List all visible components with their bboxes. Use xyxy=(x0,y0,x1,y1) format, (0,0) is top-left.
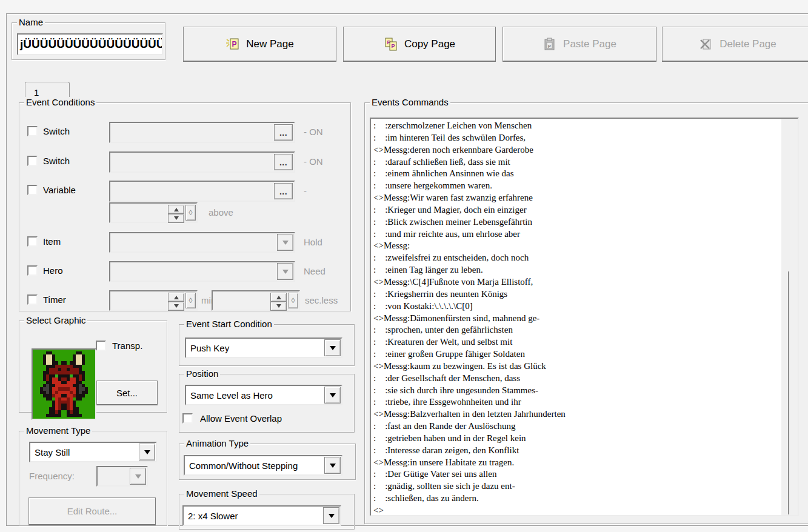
hero-checkbox[interactable] xyxy=(27,265,38,276)
transparent-checkbox[interactable] xyxy=(96,341,106,351)
paste-page-button[interactable]: P Paste Page xyxy=(502,27,656,62)
switch1-field[interactable]: ... xyxy=(109,122,295,143)
variable-field[interactable]: ... xyxy=(109,181,295,202)
event-name-input[interactable]: jÜÜÜÜÜÜÜÜÜÜÜÜÜÜÜÜÜÜÜ xyxy=(17,33,163,55)
item-checkbox[interactable] xyxy=(27,236,38,247)
spin-down-icon[interactable] xyxy=(168,302,184,311)
event-command-line[interactable]: : :Kriegsherrin des neunten Königs xyxy=(373,288,780,301)
event-sprite-preview[interactable] xyxy=(32,348,96,420)
paste-page-label: Paste Page xyxy=(563,38,616,50)
item-label: Item xyxy=(43,236,61,247)
variable-amount-diamond-button[interactable]: ◊ xyxy=(185,205,196,221)
new-page-button[interactable]: P New Page xyxy=(183,27,336,62)
event-command-line[interactable]: : :sprochen, unter den gefährlichsten xyxy=(373,324,780,336)
event-command-line[interactable]: : :gnädig, sollten sie sich je dazu ent- xyxy=(373,480,780,493)
switch1-checkbox[interactable] xyxy=(27,126,38,136)
event-command-line[interactable]: : :schließen, das zu ändern. xyxy=(373,493,780,505)
timer-sec-spin-buttons[interactable] xyxy=(270,293,287,308)
copy-page-button[interactable]: P P Copy Page xyxy=(343,27,496,62)
event-command-line[interactable]: <>Messg:\C[4]Fußnote von Marja Ellistoff… xyxy=(373,276,780,288)
event-command-line[interactable]: <>Messg: xyxy=(373,240,780,252)
event-command-line[interactable]: : :Interesse daran zeigen, den Konflikt xyxy=(373,445,780,457)
event-command-line[interactable]: : :fast an den Rande der Auslöschung xyxy=(373,421,780,433)
hero-combobox[interactable] xyxy=(109,261,295,282)
event-command-line[interactable]: : :unsere hergekommen waren. xyxy=(373,180,780,192)
event-command-line[interactable]: : :Kreaturen der Welt, und selbst mit xyxy=(373,336,780,348)
position-combobox[interactable]: Same Level as Hero xyxy=(185,385,342,405)
timer-min-spin-buttons[interactable] xyxy=(168,293,184,308)
event-command-line[interactable]: <>Messg:Wir waren fast zwanzig erfahrene xyxy=(373,192,780,204)
spin-up-icon[interactable] xyxy=(168,293,184,302)
variable-checkbox[interactable] xyxy=(27,185,38,195)
allow-event-overlap-checkbox[interactable] xyxy=(182,413,193,424)
event-command-line[interactable]: <>Messg:deren noch erkennbare Garderobe xyxy=(373,144,780,156)
event-command-line[interactable]: : :und mir reichte aus, um ehrlose aber xyxy=(373,228,780,241)
variable-amount-spinner[interactable]: ◊ xyxy=(109,202,198,223)
event-command-line[interactable]: : :von Kostaki:\.\.\.\.\C[0] xyxy=(373,301,780,313)
timer-min-diamond-button[interactable]: ◊ xyxy=(185,293,196,308)
scrollbar-thumb[interactable] xyxy=(788,271,789,514)
edit-route-button[interactable]: Edit Route... xyxy=(28,497,156,525)
animation-type-dropdown-icon[interactable] xyxy=(324,457,341,474)
event-editor-window: Name jÜÜÜÜÜÜÜÜÜÜÜÜÜÜÜÜÜÜÜ P New Page P P… xyxy=(0,0,808,532)
svg-text:P: P xyxy=(391,43,395,49)
item-dropdown-icon[interactable] xyxy=(277,234,293,251)
event-command-line[interactable]: : :der Gesellschaft der Menschen, dass xyxy=(373,373,780,385)
variable-amount-suffix: above xyxy=(209,207,233,218)
event-command-line[interactable]: <>Messg:kaum zu bezwingen. Es ist das Gl… xyxy=(373,361,780,373)
event-command-line[interactable]: : :darauf schließen ließ, dass sie mit xyxy=(373,156,780,168)
events-commands-list[interactable]: : :zerschmolzener Leichen von Menschen: … xyxy=(370,118,799,516)
movement-type-dropdown-icon[interactable] xyxy=(139,444,155,461)
event-command-line[interactable]: : :einem ähnlichen Ansinnen wie das xyxy=(373,168,780,180)
event-command-line[interactable]: <>Messg:Dämonenfürsten sind, mahnend ge- xyxy=(373,313,780,325)
event-sprite-canvas xyxy=(40,351,88,417)
event-start-condition-combobox[interactable]: Push Key xyxy=(185,337,342,358)
event-command-line[interactable]: : :Blick zwischen meiner Lebensgefährtin xyxy=(373,216,780,228)
event-command-line[interactable]: <> xyxy=(373,505,780,514)
hero-dropdown-icon[interactable] xyxy=(277,263,293,280)
frequency-combobox[interactable] xyxy=(96,466,148,487)
item-combobox[interactable] xyxy=(109,232,295,253)
event-start-condition-dropdown-icon[interactable] xyxy=(324,339,341,356)
timer-min-spinner[interactable]: ◊ xyxy=(109,290,198,311)
new-page-icon: P xyxy=(225,37,240,52)
event-command-line[interactable]: : :einen Tag länger zu leben. xyxy=(373,264,780,276)
event-command-line[interactable]: : :sie sich durch ihre ungesunden Stamme… xyxy=(373,385,780,397)
spin-down-icon[interactable] xyxy=(168,214,184,223)
event-command-line[interactable]: : :zerschmolzener Leichen von Menschen xyxy=(373,120,780,132)
events-commands-scrollbar[interactable] xyxy=(781,119,798,515)
spin-up-icon[interactable] xyxy=(168,205,184,214)
event-command-line[interactable]: <>Messg:in unsere Habitate zu tragen. xyxy=(373,457,780,469)
timer-checkbox[interactable] xyxy=(27,294,38,305)
movement-speed-combobox[interactable]: 2: x4 Slower xyxy=(182,505,341,526)
event-command-line[interactable]: <>Messg:Balzverhalten in den letzten Jah… xyxy=(373,408,780,421)
animation-type-combobox[interactable]: Common/Without Stepping xyxy=(184,455,342,476)
event-command-line[interactable]: : :getrieben haben und in der Regel kein xyxy=(373,433,780,445)
frequency-dropdown-icon[interactable] xyxy=(130,468,146,485)
set-graphic-button[interactable]: Set... xyxy=(96,381,158,405)
event-command-line[interactable]: : :Der Gütige Vater sei uns allen xyxy=(373,468,780,480)
position-dropdown-icon[interactable] xyxy=(324,387,341,404)
spin-up-icon[interactable] xyxy=(270,293,287,302)
event-start-condition-value: Push Key xyxy=(190,343,229,353)
event-command-line[interactable]: : :einer großen Gruppe fähiger Soldaten xyxy=(373,348,780,361)
position-label: Position xyxy=(184,368,220,379)
timer-sec-spinner[interactable]: ◊ xyxy=(212,290,300,311)
event-command-line[interactable]: : :triebe, ihre Essgewohnheiten und ihr xyxy=(373,396,780,408)
movement-speed-dropdown-icon[interactable] xyxy=(323,507,339,524)
variable-amount-spin-buttons[interactable] xyxy=(168,205,184,221)
timer-sec-diamond-button[interactable]: ◊ xyxy=(288,293,298,308)
switch1-browse-button[interactable]: ... xyxy=(274,124,293,141)
spin-down-icon[interactable] xyxy=(270,302,287,311)
delete-page-button[interactable]: Delete Page xyxy=(662,27,808,62)
variable-label: Variable xyxy=(43,185,76,195)
event-command-line[interactable]: : :Krieger und Magier, doch ein einziger xyxy=(373,204,780,216)
switch2-browse-button[interactable]: ... xyxy=(274,154,293,170)
event-command-line[interactable]: : :im hinteren Teil des schwülen Dorfes, xyxy=(373,132,780,144)
delete-page-label: Delete Page xyxy=(720,38,776,50)
variable-browse-button[interactable]: ... xyxy=(274,183,293,199)
movement-type-combobox[interactable]: Stay Still xyxy=(29,442,157,462)
switch2-checkbox[interactable] xyxy=(27,156,38,166)
event-command-line[interactable]: : :zweifelsfrei zu entscheiden, doch noc… xyxy=(373,252,780,264)
switch2-field[interactable]: ... xyxy=(109,151,295,173)
